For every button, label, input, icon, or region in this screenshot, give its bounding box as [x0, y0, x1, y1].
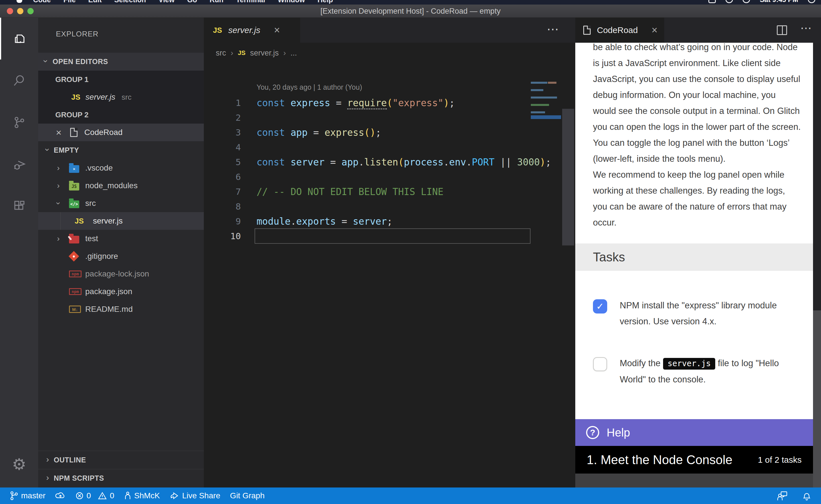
menu-item-terminal[interactable]: Terminal — [236, 0, 265, 4]
line-number: 8 — [204, 201, 241, 212]
search-icon[interactable] — [0, 60, 38, 101]
problems-status[interactable]: 0 0 — [75, 491, 114, 500]
open-editor-serverjs[interactable]: JS server.js src — [38, 88, 204, 106]
source-control-icon[interactable] — [0, 101, 38, 143]
git-icon — [69, 251, 79, 262]
git-graph-status[interactable]: Git Graph — [230, 491, 265, 500]
help-button[interactable]: ? Help — [575, 419, 813, 446]
close-icon[interactable]: × — [56, 127, 62, 138]
menu-item-code[interactable]: Code — [33, 0, 51, 4]
code-line-6[interactable]: 6 — [204, 169, 575, 184]
sync-cloud-icon — [55, 491, 66, 500]
more-actions-icon[interactable]: ⋯ — [800, 21, 812, 34]
code-editor[interactable]: 1const express = require("express");23co… — [204, 63, 575, 487]
workspace-section-header[interactable]: › EMPTY — [38, 141, 204, 159]
code-line-3[interactable]: 3const app = express(); — [204, 125, 575, 140]
sync-status[interactable] — [55, 491, 66, 500]
window-title-bar: [Extension Development Host] - CodeRoad … — [0, 5, 821, 18]
menu-item-file[interactable]: File — [64, 0, 76, 4]
tab-serverjs[interactable]: JS server.js × — [204, 18, 300, 43]
chevron-right-icon: › — [46, 454, 49, 464]
editor-more-actions-icon[interactable]: ⋯ — [547, 22, 559, 36]
tree-item-gitignore[interactable]: .gitignore — [38, 247, 204, 265]
tree-item-vscode[interactable]: › ✕ .vscode — [38, 159, 204, 177]
help-icon: ? — [586, 426, 599, 439]
lesson-footer[interactable]: 1. Meet the Node Console 1 of 2 tasks — [575, 446, 813, 474]
code-line-2[interactable]: 2 — [204, 110, 575, 125]
open-editor-label: server.js — [85, 93, 115, 102]
npm-scripts-section-header[interactable]: › NPM SCRIPTS — [38, 469, 204, 487]
outline-section-header[interactable]: › OUTLINE — [38, 451, 204, 469]
lesson-paragraph: be able to check what’s going on in your… — [593, 43, 801, 167]
code-line-5[interactable]: 5const server = app.listen(process.env.P… — [204, 155, 575, 169]
menu-item-view[interactable]: View — [158, 0, 175, 4]
vertical-scrollbar[interactable] — [562, 109, 574, 245]
run-debug-icon[interactable] — [0, 143, 38, 185]
settings-gear-icon[interactable]: ⚙ — [0, 443, 38, 485]
open-editors-label: OPEN EDITORS — [53, 58, 108, 66]
breadcrumb-file[interactable]: server.js — [250, 49, 279, 58]
status-icon[interactable] — [708, 0, 716, 3]
line-number: 9 — [204, 216, 241, 226]
close-icon[interactable]: × — [652, 24, 658, 36]
code-line-9[interactable]: 9module.exports = server; — [204, 214, 575, 229]
tab-label: server.js — [228, 25, 260, 35]
git-branch-status[interactable]: master — [10, 491, 46, 501]
minimap[interactable] — [531, 82, 561, 144]
open-editor-coderoad[interactable]: × CodeRoad — [38, 124, 204, 141]
coderoad-panel: CodeRoad × ⋯ be able to check what’s goi… — [575, 18, 821, 487]
feedback-icon[interactable] — [777, 491, 788, 501]
explorer-icon[interactable] — [0, 18, 38, 60]
code-line-4[interactable]: 4 — [204, 140, 575, 155]
menu-item-selection[interactable]: Selection — [114, 0, 146, 4]
code-line-10[interactable]: 10 — [204, 229, 575, 243]
tree-item-package-json[interactable]: npm package.json — [38, 283, 204, 300]
code-chip: server.js — [663, 358, 716, 370]
status-icon[interactable] — [808, 0, 815, 3]
open-editor-detail: src — [122, 93, 132, 102]
bell-icon[interactable] — [802, 491, 811, 501]
task-progress: 1 of 2 tasks — [758, 455, 802, 465]
split-editor-icon[interactable] — [777, 25, 787, 35]
breadcrumb-src[interactable]: src — [216, 49, 226, 58]
liveshare-account[interactable]: ShMcK — [124, 491, 160, 500]
breadcrumb[interactable]: src › JS server.js › ... — [204, 43, 575, 63]
menu-item-run[interactable]: Run — [210, 0, 224, 4]
tree-item-node-modules[interactable]: › JS node_modules — [38, 177, 204, 194]
liveshare-icon — [169, 491, 179, 500]
status-icon[interactable] — [726, 0, 733, 3]
status-icon[interactable] — [743, 0, 750, 3]
open-editors-header[interactable]: › OPEN EDITORS — [38, 53, 204, 71]
code-line-8[interactable]: 8 — [204, 199, 575, 214]
markdown-icon: M↓ — [69, 306, 81, 313]
breadcrumb-symbol[interactable]: ... — [291, 49, 297, 58]
npm-scripts-label: NPM SCRIPTS — [54, 474, 104, 482]
checkbox-checked-icon[interactable]: ✓ — [593, 299, 607, 314]
tree-item-serverjs[interactable]: JS server.js — [38, 212, 204, 230]
src-folder-icon: </> — [69, 200, 79, 208]
tab-coderoad[interactable]: CodeRoad × — [575, 18, 664, 43]
extensions-icon[interactable] — [0, 185, 38, 227]
scrollbar-thumb[interactable] — [813, 310, 821, 487]
outline-label: OUTLINE — [54, 456, 86, 464]
checkbox-unchecked-icon[interactable] — [593, 357, 607, 371]
js-file-icon: JS — [238, 49, 246, 57]
menu-item-edit[interactable]: Edit — [88, 0, 102, 4]
tab-label: CodeRoad — [597, 25, 638, 35]
menu-item-go[interactable]: Go — [187, 0, 197, 4]
menu-item-help[interactable]: Help — [318, 0, 333, 4]
line-number: 6 — [204, 172, 241, 182]
tree-item-package-lock[interactable]: npm package-lock.json — [38, 265, 204, 283]
apple-menu-icon[interactable] — [17, 0, 22, 3]
close-icon[interactable]: × — [274, 24, 280, 36]
tree-item-src[interactable]: › </> src — [38, 194, 204, 212]
footer-strip — [575, 474, 813, 487]
liveshare-status[interactable]: Live Share — [169, 491, 221, 500]
tree-item-readme[interactable]: M↓ README.md — [38, 300, 204, 318]
menu-item-window[interactable]: Window — [278, 0, 305, 4]
code-line-1[interactable]: 1const express = require("express"); — [204, 95, 575, 110]
menu-clock[interactable]: Sat 9:45 PM — [760, 0, 798, 4]
code-line-7[interactable]: 7// -- DO NOT EDIT BELOW THIS LINE — [204, 184, 575, 199]
tree-item-test[interactable]: › test — [38, 230, 204, 247]
webview-scrollbar[interactable] — [813, 43, 821, 487]
